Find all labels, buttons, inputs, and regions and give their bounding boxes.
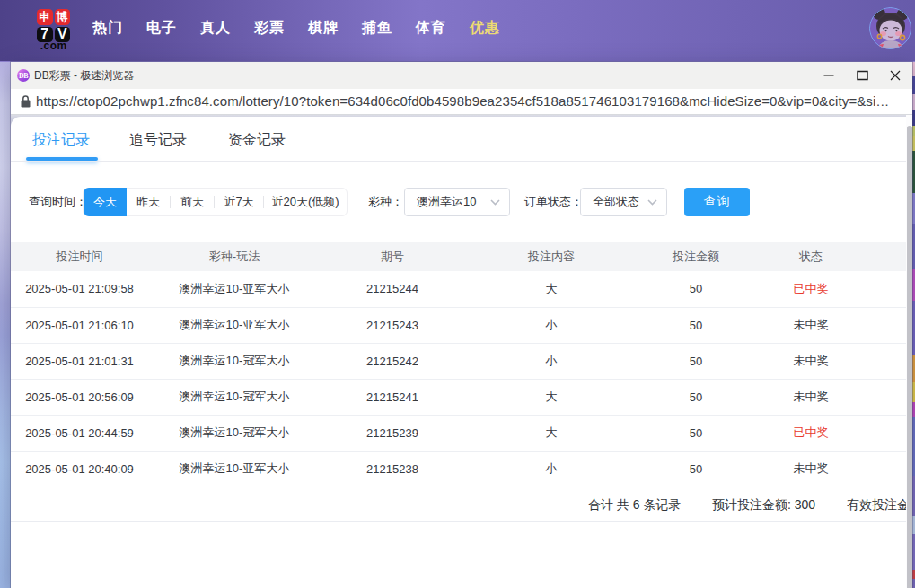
avatar-image — [869, 7, 911, 49]
cell-time: 2025-05-01 20:40:09 — [11, 451, 148, 487]
cell-amount: 50 — [638, 451, 753, 487]
cell-status: 已中奖 — [753, 415, 868, 451]
nav-item-6[interactable]: 体育 — [404, 0, 458, 57]
maximize-button[interactable] — [849, 62, 875, 89]
url-text[interactable]: https://ctop02pchwp1.zfnc84.com/lottery/… — [36, 89, 907, 115]
cell-content: 大 — [464, 271, 638, 307]
table-summary-row: 合计 共 6 条记录 预计投注金额: 300 有效投注金额: 300 — [11, 487, 906, 522]
bet-records-table: 投注时间彩种-玩法期号投注内容投注金额状态 2025-05-01 21:09:5… — [11, 242, 906, 487]
cell-filler — [868, 271, 906, 307]
lottery-select-value: 澳洲幸运10 — [417, 189, 476, 215]
nav-item-2[interactable]: 真人 — [189, 0, 242, 57]
brand-logo[interactable]: 申 博 7 V .com — [37, 9, 71, 50]
minimize-icon — [823, 70, 834, 81]
cell-issue: 21215239 — [321, 415, 464, 451]
cell-status: 已中奖 — [753, 271, 868, 307]
time-option-2[interactable]: 前天 — [171, 188, 214, 216]
table-row-3: 2025-05-01 20:56:09澳洲幸运10-冠军大小21215241大5… — [11, 379, 906, 415]
window-titlebar[interactable]: DB DB彩票 - 极速浏览器 — [11, 62, 912, 89]
close-icon — [890, 70, 901, 81]
column-header-1: 彩种-玩法 — [148, 242, 321, 271]
site-navbar: 申 博 7 V .com 热门电子真人彩票棋牌捕鱼体育优惠 — [0, 0, 915, 62]
lottery-filter-label: 彩种： — [368, 188, 403, 216]
tab-chase-records[interactable]: 追号记录 — [129, 132, 187, 147]
cell-issue: 21215241 — [321, 379, 464, 415]
nav-item-7[interactable]: 优惠 — [458, 0, 512, 57]
time-filter-group: 今天昨天前天近7天近20天(低频) — [83, 188, 348, 216]
cell-filler — [868, 343, 906, 379]
favicon-text: DB — [19, 72, 28, 80]
time-filter-label: 查询时间： — [29, 188, 87, 216]
chevron-down-icon — [647, 199, 657, 206]
logo-tile-shen: 申 — [37, 9, 53, 25]
time-option-0[interactable]: 今天 — [84, 188, 127, 216]
status-select-value: 全部状态 — [593, 189, 639, 215]
lock-icon — [21, 95, 31, 108]
status-select[interactable]: 全部状态 — [580, 188, 667, 216]
nav-item-5[interactable]: 捕鱼 — [350, 0, 404, 57]
nav-item-4[interactable]: 棋牌 — [296, 0, 350, 57]
table-row-0: 2025-05-01 21:09:58澳洲幸运10-亚军大小21215244大5… — [11, 271, 906, 307]
window-title: DB彩票 - 极速浏览器 — [34, 62, 134, 89]
logo-domain: .com — [37, 42, 71, 50]
cell-content: 小 — [464, 307, 638, 343]
cell-content: 小 — [464, 451, 638, 487]
cell-amount: 50 — [638, 307, 753, 343]
cell-time: 2025-05-01 21:01:31 — [11, 343, 148, 379]
browser-viewport: 投注记录 追号记录 资金记录 查询时间： 今天昨天前天近7天近20天(低频) 彩… — [11, 115, 912, 588]
minimize-button[interactable] — [815, 62, 842, 89]
chevron-down-icon — [490, 199, 500, 206]
cell-time: 2025-05-01 20:56:09 — [11, 379, 148, 415]
status-filter-label: 订单状态： — [524, 188, 583, 216]
table-header-row: 投注时间彩种-玩法期号投注内容投注金额状态 — [11, 242, 906, 271]
cell-filler — [868, 451, 906, 487]
cell-amount: 50 — [638, 415, 753, 451]
lottery-select[interactable]: 澳洲幸运10 — [404, 188, 510, 216]
column-header-5: 状态 — [753, 242, 868, 271]
time-option-1[interactable]: 昨天 — [127, 188, 170, 216]
cell-amount: 50 — [638, 271, 753, 307]
cell-issue: 21215242 — [321, 343, 464, 379]
vertical-scrollbar[interactable] — [906, 115, 912, 588]
column-header-4: 投注金额 — [638, 242, 753, 271]
time-option-3[interactable]: 近7天 — [215, 188, 263, 216]
cell-filler — [868, 307, 906, 343]
cell-time: 2025-05-01 21:09:58 — [11, 271, 148, 307]
cell-game: 澳洲幸运10-冠军大小 — [148, 415, 321, 451]
cell-issue: 21215238 — [321, 451, 464, 487]
nav-item-1[interactable]: 电子 — [135, 0, 189, 57]
column-header-filler — [868, 242, 906, 271]
column-header-0: 投注时间 — [11, 242, 148, 271]
cell-game: 澳洲幸运10-亚军大小 — [148, 307, 321, 343]
table-row-1: 2025-05-01 21:06:10澳洲幸运10-亚军大小21215243小5… — [11, 307, 906, 343]
time-option-4[interactable]: 近20天(低频) — [264, 188, 347, 216]
cell-content: 小 — [464, 343, 638, 379]
cell-amount: 50 — [638, 379, 753, 415]
summary-valid-amount: 有效投注金额: 300 — [847, 487, 912, 522]
cell-game: 澳洲幸运10-亚军大小 — [148, 271, 321, 307]
nav-item-3[interactable]: 彩票 — [242, 0, 296, 57]
cell-amount: 50 — [638, 343, 753, 379]
tab-fund-records[interactable]: 资金记录 — [228, 132, 286, 147]
cell-status: 未中奖 — [753, 307, 868, 343]
summary-total: 合计 共 6 条记录 — [588, 487, 681, 522]
address-bar[interactable]: https://ctop02pchwp1.zfnc84.com/lottery/… — [11, 89, 912, 115]
scrollbar-thumb[interactable] — [907, 126, 912, 588]
cell-filler — [868, 415, 906, 451]
table-row-4: 2025-05-01 20:44:59澳洲幸运10-冠军大小21215239大5… — [11, 415, 906, 451]
tab-bet-records[interactable]: 投注记录 — [32, 132, 90, 147]
cell-status: 未中奖 — [753, 451, 868, 487]
maximize-icon — [857, 70, 868, 81]
cell-content: 大 — [464, 379, 638, 415]
cell-game: 澳洲幸运10-冠军大小 — [148, 379, 321, 415]
cell-time: 2025-05-01 21:06:10 — [11, 307, 148, 343]
tabs-divider — [11, 161, 906, 162]
content-card: 投注记录 追号记录 资金记录 查询时间： 今天昨天前天近7天近20天(低频) 彩… — [11, 117, 906, 588]
browser-window: DB DB彩票 - 极速浏览器 https://ctop02pchwp1.zfn… — [11, 62, 912, 588]
table-row-2: 2025-05-01 21:01:31澳洲幸运10-冠军大小21215242小5… — [11, 343, 906, 379]
user-avatar[interactable] — [869, 7, 911, 49]
nav-item-0[interactable]: 热门 — [81, 0, 135, 57]
table-row-5: 2025-05-01 20:40:09澳洲幸运10-亚军大小21215238小5… — [11, 451, 906, 487]
query-button[interactable]: 查询 — [684, 188, 750, 216]
close-button[interactable] — [882, 62, 909, 89]
